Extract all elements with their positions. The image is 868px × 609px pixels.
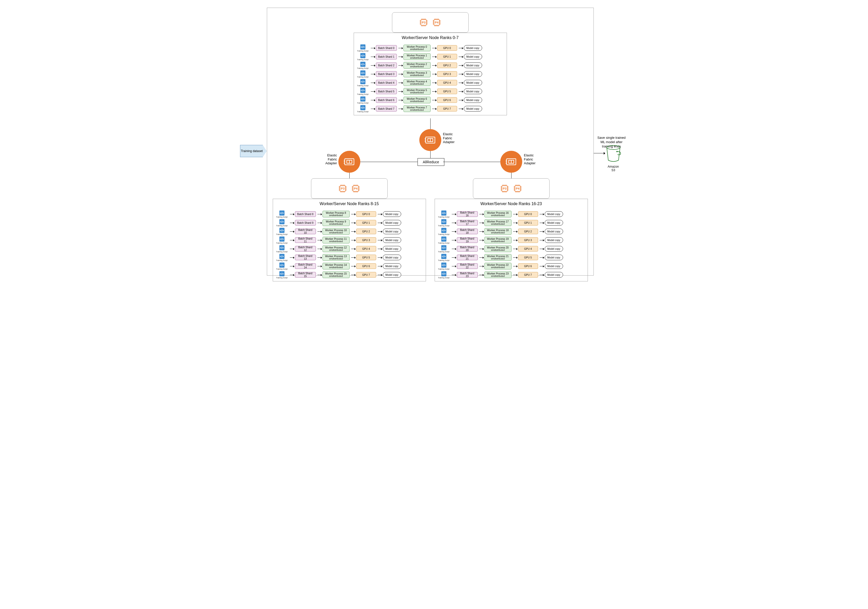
training-script-icon: </> Training Script — [276, 263, 288, 270]
batch-shard: Batch Shard 18 — [457, 229, 478, 234]
model-copy: Model copy — [464, 80, 482, 85]
arrow-icon — [432, 74, 436, 74]
arrow-icon — [452, 240, 455, 240]
worker-process: Worker Process 0smdistributed — [403, 45, 431, 51]
pipeline-row: </> Training Script Batch Shard 1 Worker… — [356, 53, 504, 60]
model-copy: Model copy — [383, 237, 401, 243]
pipeline-row: </> Training Script Batch Shard 21 Worke… — [437, 253, 585, 261]
ranks-box-right: Worker/Server Node Ranks 16-23 </> Train… — [435, 199, 588, 281]
pipeline-row: </> Training Script Batch Shard 8 Worker… — [276, 210, 423, 218]
node-card-top: P3 P4 — [392, 12, 469, 32]
allreduce-box: AllReduce — [417, 158, 445, 166]
arrow-icon — [290, 266, 293, 266]
gpu-box: GPU 1 — [518, 220, 538, 226]
arrow-icon — [459, 48, 462, 48]
svg-point-126 — [607, 145, 620, 150]
training-script-icon: </> Training Script — [356, 62, 369, 69]
worker-process: Worker Process 7smdistributed — [403, 105, 431, 112]
gpu-box: GPU 5 — [356, 255, 376, 260]
worker-process: Worker Process 21smdistributed — [484, 254, 512, 261]
arrow-icon — [513, 257, 517, 258]
training-script-icon: </> Training Script — [276, 219, 288, 227]
pipeline-row: </> Training Script Batch Shard 2 Worker… — [356, 62, 504, 69]
worker-process: Worker Process 23smdistributed — [484, 272, 512, 278]
arrow-icon — [432, 48, 436, 48]
pipeline-row: </> Training Script Batch Shard 22 Worke… — [437, 262, 585, 270]
arrow-icon — [290, 275, 293, 275]
model-copy: Model copy — [383, 246, 401, 252]
gpu-box: GPU 1 — [437, 54, 457, 59]
model-copy: Model copy — [545, 263, 563, 269]
worker-process: Worker Process 4smdistributed — [403, 79, 431, 86]
svg-text:P3: P3 — [422, 21, 426, 24]
svg-text:P4: P4 — [516, 187, 520, 190]
worker-process: Worker Process 11smdistributed — [322, 237, 350, 243]
training-script-icon: </> Training Script — [437, 263, 450, 270]
output-arrow — [594, 153, 604, 153]
batch-shard: Batch Shard 22 — [457, 263, 478, 269]
arrow-icon — [459, 74, 462, 74]
batch-shard: Batch Shard 12 — [295, 246, 316, 252]
gpu-box: GPU 7 — [437, 106, 457, 111]
batch-shard: Batch Shard 7 — [376, 106, 397, 111]
batch-shard: Batch Shard 15 — [295, 272, 316, 278]
pipeline-row: </> Training Script Batch Shard 9 Worker… — [276, 219, 423, 227]
gpu-box: GPU 2 — [437, 62, 457, 68]
pipeline-row: </> Training Script Batch Shard 11 Worke… — [276, 236, 423, 244]
model-copy: Model copy — [545, 229, 563, 234]
pipeline-row: </> Training Script Batch Shard 20 Worke… — [437, 245, 585, 253]
training-script-icon: </> Training Script — [356, 88, 369, 95]
arrow-icon — [378, 266, 381, 266]
model-copy: Model copy — [545, 255, 563, 260]
arrow-icon — [479, 257, 483, 258]
worker-process: Worker Process 14smdistributed — [322, 263, 350, 269]
gpu-box: GPU 4 — [437, 80, 457, 85]
training-dataset-input: Training dataset — [240, 145, 267, 157]
arrow-icon — [539, 249, 543, 249]
worker-process: Worker Process 2smdistributed — [403, 62, 431, 69]
gpu-box: GPU 2 — [356, 229, 376, 234]
s3-label: Amazon S3 — [606, 165, 621, 172]
arrow-icon — [459, 65, 462, 66]
batch-shard: Batch Shard 19 — [457, 237, 478, 243]
arrow-icon — [479, 275, 483, 275]
gpu-box: GPU 3 — [518, 237, 538, 243]
gpu-box: GPU 7 — [356, 272, 376, 278]
pipeline-row: </> Training Script Batch Shard 13 Worke… — [276, 253, 423, 261]
training-script-icon: </> Training Script — [276, 210, 288, 218]
svg-text:P4: P4 — [435, 21, 439, 24]
training-script-icon: </> Training Script — [437, 228, 450, 235]
pipeline-row: </> Training Script Batch Shard 16 Worke… — [437, 210, 585, 218]
worker-process: Worker Process 19smdistributed — [484, 237, 512, 243]
arrow-icon — [351, 275, 355, 275]
efa-icon — [338, 151, 360, 173]
arrow-icon — [452, 249, 455, 249]
arrow-icon — [290, 249, 293, 249]
arrow-icon — [539, 240, 543, 240]
arrow-icon — [539, 275, 543, 275]
gpu-box: GPU 0 — [356, 211, 376, 217]
arrow-icon — [513, 240, 517, 240]
efa-label: Elastic Fabric Adapter — [443, 132, 459, 144]
arrow-icon — [371, 48, 374, 48]
gpu-box: GPU 7 — [518, 272, 538, 278]
node-card-left: P3 P4 — [311, 178, 388, 199]
connector — [430, 118, 431, 129]
pipeline-row: </> Training Script Batch Shard 4 Worker… — [356, 79, 504, 87]
worker-process: Worker Process 16smdistributed — [484, 211, 512, 217]
model-copy: Model copy — [464, 97, 482, 103]
arrow-icon — [452, 275, 455, 275]
cpu-chip-icon: P3 — [500, 184, 509, 193]
worker-process: Worker Process 18smdistributed — [484, 228, 512, 235]
batch-shard: Batch Shard 21 — [457, 255, 478, 260]
pipeline-row: </> Training Script Batch Shard 10 Worke… — [276, 227, 423, 235]
batch-shard: Batch Shard 6 — [376, 97, 397, 103]
pipeline-row: </> Training Script Batch Shard 15 Worke… — [276, 271, 423, 278]
arrow-icon — [513, 266, 517, 266]
worker-process: Worker Process 22smdistributed — [484, 263, 512, 269]
worker-process: Worker Process 9smdistributed — [322, 219, 350, 226]
gpu-box: GPU 6 — [437, 97, 457, 103]
training-script-icon: </> Training Script — [437, 210, 450, 218]
arrow-icon — [513, 275, 517, 275]
connector — [511, 173, 512, 178]
